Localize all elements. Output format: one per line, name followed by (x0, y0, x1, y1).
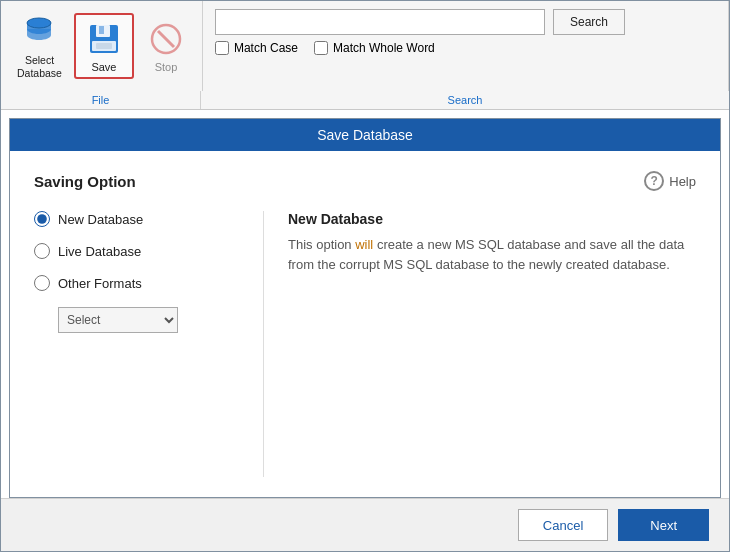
search-button[interactable]: Search (553, 9, 625, 35)
svg-line-8 (158, 31, 174, 47)
save-label: Save (91, 61, 116, 73)
live-database-radio[interactable] (34, 243, 50, 259)
stop-label: Stop (155, 61, 178, 73)
dialog-title: Save Database (317, 127, 413, 143)
dialog-body: Saving Option ? Help New Database Live D… (10, 151, 720, 497)
search-checks: Match Case Match Whole Word (215, 41, 716, 55)
database-icon (19, 12, 59, 52)
ribbon-footer: File Search (1, 91, 729, 109)
other-formats-option[interactable]: Other Formats (34, 275, 243, 291)
help-button[interactable]: ? Help (644, 171, 696, 191)
info-text: This option will create a new MS SQL dat… (288, 235, 696, 274)
live-database-label: Live Database (58, 244, 141, 259)
help-icon: ? (644, 171, 664, 191)
info-panel: New Database This option will create a n… (264, 211, 696, 477)
file-group-label: File (1, 91, 201, 109)
select-database-label: SelectDatabase (17, 54, 62, 79)
match-whole-word-checkbox[interactable] (314, 41, 328, 55)
help-label: Help (669, 174, 696, 189)
new-database-radio[interactable] (34, 211, 50, 227)
cancel-button[interactable]: Cancel (518, 509, 608, 541)
match-case-text: Match Case (234, 41, 298, 55)
live-database-option[interactable]: Live Database (34, 243, 243, 259)
format-select[interactable]: Select (58, 307, 178, 333)
ribbon: SelectDatabase Save (1, 1, 729, 110)
match-case-checkbox[interactable] (215, 41, 229, 55)
new-database-label: New Database (58, 212, 143, 227)
search-area: Search Match Case Match Whole Word (215, 9, 716, 55)
stop-icon (146, 19, 186, 59)
search-row: Search (215, 9, 716, 35)
dialog-main: New Database Live Database Other Formats… (34, 211, 696, 477)
file-group: SelectDatabase Save (1, 1, 203, 91)
search-input[interactable] (215, 9, 545, 35)
dialog-footer: Cancel Next (1, 498, 729, 551)
match-whole-word-text: Match Whole Word (333, 41, 435, 55)
info-title: New Database (288, 211, 696, 227)
match-whole-word-label[interactable]: Match Whole Word (314, 41, 435, 55)
options-panel: New Database Live Database Other Formats… (34, 211, 264, 477)
dialog-header: Saving Option ? Help (34, 171, 696, 191)
other-formats-radio[interactable] (34, 275, 50, 291)
search-group: Search Match Case Match Whole Word (203, 1, 729, 91)
stop-button[interactable]: Stop (138, 15, 194, 77)
info-text-before: This option (288, 237, 355, 252)
info-text-highlight: will (355, 237, 373, 252)
match-case-label[interactable]: Match Case (215, 41, 298, 55)
save-icon (84, 19, 124, 59)
next-button[interactable]: Next (618, 509, 709, 541)
saving-option-title: Saving Option (34, 173, 136, 190)
svg-rect-6 (96, 43, 112, 49)
main-window: SelectDatabase Save (0, 0, 730, 552)
select-database-button[interactable]: SelectDatabase (9, 8, 70, 83)
save-button[interactable]: Save (74, 13, 134, 79)
dialog-titlebar: Save Database (10, 119, 720, 151)
search-group-label: Search (201, 91, 729, 109)
dialog-area: Save Database Saving Option ? Help New D… (9, 118, 721, 498)
new-database-option[interactable]: New Database (34, 211, 243, 227)
other-formats-label: Other Formats (58, 276, 142, 291)
svg-rect-4 (99, 26, 104, 34)
